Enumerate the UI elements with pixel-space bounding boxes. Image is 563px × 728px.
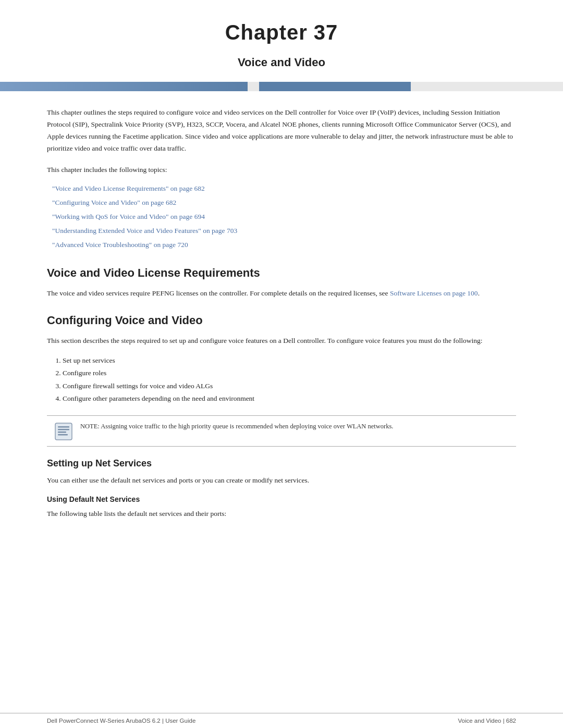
topic-link-3[interactable]: "Working with QoS for Voice and Video" o… [52,209,516,224]
license-link[interactable]: Software Licenses on page 100 [390,289,478,297]
note-text: NOTE: Assigning voice traffic to the hig… [80,421,393,431]
progress-fill-primary [0,82,248,91]
step-1: Set up net services [63,354,516,367]
chapter-number: Chapter 37 [0,21,563,44]
progress-fill-secondary [259,82,411,91]
license-body-text: The voice and video services require PEF… [47,289,390,297]
svg-rect-1 [58,426,69,428]
license-body-end: . [478,289,480,297]
license-section-heading: Voice and Video License Requirements [47,266,516,280]
note-icon [54,422,73,441]
topics-list: "Voice and Video License Requirements" o… [52,181,516,252]
note-box: NOTE: Assigning voice traffic to the hig… [47,415,516,447]
topics-intro: This chapter includes the following topi… [47,164,516,176]
page-container: Chapter 37 Voice and Video This chapter … [0,0,563,728]
configuring-section-heading: Configuring Voice and Video [47,314,516,327]
footer-right: Voice and Video | 682 [458,718,516,724]
footer-left: Dell PowerConnect W-Series ArubaOS 6.2 |… [47,718,195,724]
svg-rect-4 [58,434,68,436]
configuring-body1: This section describes the steps require… [47,335,516,347]
chapter-header: Chapter 37 Voice and Video [0,0,563,79]
progress-bar [0,82,563,91]
chapter-title: Voice and Video [0,56,563,69]
topic-link-1[interactable]: "Voice and Video License Requirements" o… [52,181,516,195]
svg-rect-2 [58,429,69,430]
page-footer: Dell PowerConnect W-Series ArubaOS 6.2 |… [0,713,563,728]
net-services-body1: You can either use the default net servi… [47,474,516,487]
configuring-steps: Set up net services Configure roles Conf… [63,354,516,405]
main-content: This chapter outlines the steps required… [0,91,563,548]
svg-rect-3 [58,431,66,433]
default-net-services-heading: Using Default Net Services [47,495,516,503]
net-services-heading: Setting up Net Services [47,458,516,469]
step-3: Configure firewall settings for voice an… [63,380,516,392]
step-4: Configure other parameters depending on … [63,392,516,405]
topic-link-2[interactable]: "Configuring Voice and Video" on page 68… [52,195,516,209]
topic-link-5[interactable]: "Advanced Voice Troubleshooting" on page… [52,238,516,252]
default-net-services-body: The following table lists the default ne… [47,508,516,520]
intro-paragraph: This chapter outlines the steps required… [47,107,516,155]
topic-link-4[interactable]: "Understanding Extended Voice and Video … [52,224,516,238]
step-2: Configure roles [63,367,516,379]
license-body: The voice and video services require PEF… [47,287,516,300]
